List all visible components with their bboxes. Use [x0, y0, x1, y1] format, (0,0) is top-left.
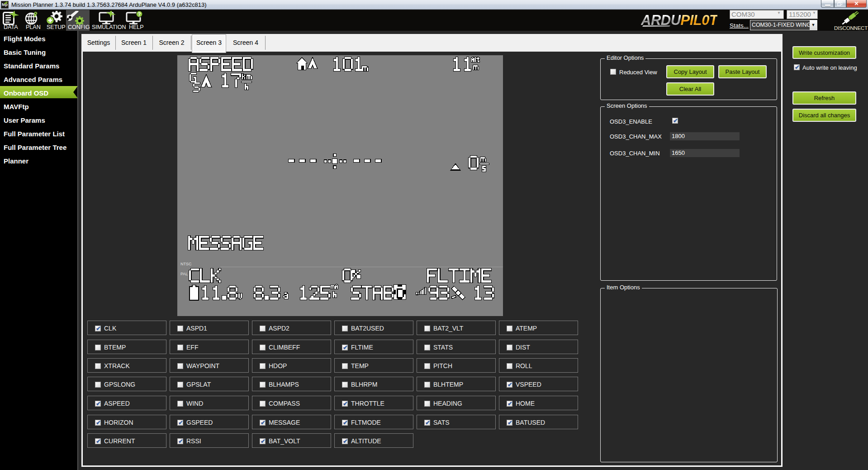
svg-text:NTSC: NTSC: [180, 262, 192, 266]
svg-text:?: ?: [138, 11, 141, 17]
svg-text:PAL: PAL: [180, 272, 188, 276]
